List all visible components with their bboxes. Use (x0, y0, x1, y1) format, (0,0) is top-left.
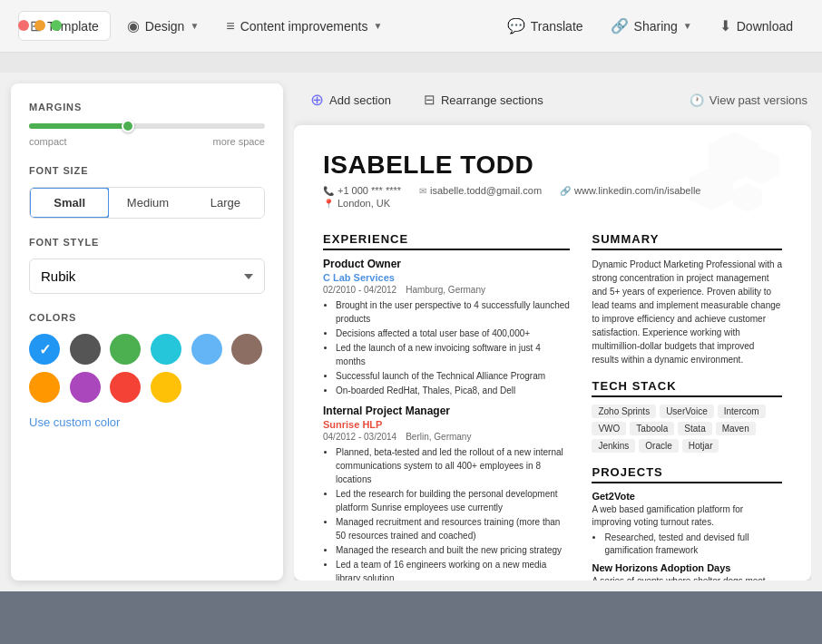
browser-dots (18, 20, 62, 31)
tech-tag: Stata (678, 422, 711, 435)
job-1-title: Product Owner (323, 258, 570, 270)
design-arrow: ▼ (190, 21, 199, 31)
rearrange-label: Rearrange sections (441, 93, 543, 107)
view-past-label: View past versions (709, 93, 807, 107)
bullet: Led the research for building the person… (336, 487, 570, 514)
left-panel: MARGINS compact more space FONT SIZE Sma… (11, 83, 283, 581)
contact-phone: 📞 +1 000 *** **** (323, 185, 401, 196)
project-1: Get2Vote A web based gamification platfo… (592, 491, 782, 557)
clock-icon: 🕐 (690, 93, 704, 107)
color-swatch-blue[interactable] (29, 334, 60, 365)
bullet: Decisions affected a total user base of … (336, 327, 570, 340)
job-2-meta: 04/2012 - 03/2014 Berlin, Germany (323, 432, 570, 442)
font-size-large[interactable]: Large (187, 188, 264, 218)
job-1-location: Hamburg, Germany (406, 285, 485, 295)
nav-download-label: Download (737, 19, 793, 34)
nav-download[interactable]: ⬇ Download (709, 12, 804, 40)
custom-color-link[interactable]: Use custom color (29, 415, 120, 429)
tech-tag: Zoho Sprints (592, 405, 656, 418)
color-swatch-orange[interactable] (29, 372, 60, 403)
job-1-meta: 02/2010 - 04/2012 Hamburg, Germany (323, 285, 570, 295)
tech-tag: Oracle (639, 439, 678, 453)
action-bar: ⊕ Add section ⊟ Rearrange sections 🕐 Vie… (294, 83, 811, 116)
add-section-button[interactable]: ⊕ Add section (298, 83, 404, 116)
font-size-medium[interactable]: Medium (109, 188, 186, 218)
color-swatch-teal[interactable] (151, 334, 181, 365)
location-text: London, UK (338, 198, 390, 209)
job-2-location: Berlin, Germany (406, 432, 471, 442)
slider-thumb[interactable] (122, 120, 134, 132)
bullet: On-boarded RedHat, Thales, Pica8, and De… (336, 384, 570, 397)
main-area: MARGINS compact more space FONT SIZE Sma… (0, 73, 822, 591)
project-2: New Horizons Adoption Days A series of e… (592, 562, 782, 581)
colors-section: COLORS Use custom color (29, 312, 265, 430)
font-style-section: FONT STYLE Rubik Arial Georgia (29, 237, 265, 294)
email-icon: ✉ (419, 186, 426, 196)
slider-track (29, 123, 265, 129)
font-select[interactable]: Rubik Arial Georgia (29, 259, 265, 294)
contact-email-text: isabelle.todd@gmail.com (430, 185, 542, 196)
nav-sharing[interactable]: 🔗 Sharing ▼ (600, 12, 703, 40)
job-2: Internal Project Manager Sunrise HLP 04/… (323, 405, 570, 581)
download-icon: ⬇ (719, 17, 731, 34)
nav-translate-label: Translate (531, 19, 583, 34)
slider-label-compact: compact (29, 136, 67, 147)
color-swatch-lightblue[interactable] (191, 334, 222, 365)
colors-title: COLORS (29, 312, 265, 323)
minimize-dot[interactable] (34, 20, 45, 31)
font-size-buttons: Small Medium Large (29, 187, 265, 219)
job-1-company: C Lab Services (323, 272, 570, 283)
color-grid (29, 334, 265, 403)
slider-label-space: more space (213, 136, 265, 147)
job-2-date: 04/2012 - 03/2014 (323, 432, 396, 442)
phone-icon: 📞 (323, 186, 334, 196)
bullet: Managed recruitment and resources traini… (336, 515, 570, 542)
job-2-title: Internal Project Manager (323, 405, 570, 417)
view-past-button[interactable]: 🕐 View past versions (690, 93, 807, 107)
project-1-desc: A web based gamification platform for im… (592, 503, 782, 529)
job-2-bullets: Planned, beta-tested and led the rollout… (323, 445, 570, 581)
close-dot[interactable] (18, 20, 29, 31)
tech-tag: Jenkins (592, 439, 635, 453)
margins-slider[interactable]: compact more space (29, 123, 265, 147)
job-2-company: Sunrise HLP (323, 419, 570, 430)
tech-tag: Maven (716, 422, 756, 435)
bullet: Brought in the user perspective to 4 suc… (336, 298, 570, 326)
linkedin-icon: 🔗 (560, 186, 571, 196)
sharing-arrow: ▼ (683, 21, 692, 31)
nav-design[interactable]: ◉ Design ▼ (116, 12, 210, 40)
margins-title: MARGINS (29, 102, 265, 112)
color-swatch-brown[interactable] (231, 334, 262, 365)
content-arrow: ▼ (374, 21, 383, 31)
design-icon: ◉ (127, 17, 140, 34)
resume-left-col: EXPERIENCE Product Owner C Lab Services … (323, 220, 570, 581)
font-style-title: FONT STYLE (29, 237, 265, 248)
nav-sharing-label: Sharing (634, 19, 678, 34)
color-swatch-green[interactable] (110, 334, 141, 365)
color-swatch-purple[interactable] (70, 372, 101, 403)
maximize-dot[interactable] (51, 20, 62, 31)
color-swatch-yellow[interactable] (151, 372, 181, 403)
rearrange-icon: ⊟ (424, 92, 435, 108)
nav-translate[interactable]: 💬 Translate (496, 12, 594, 40)
contact-phone-text: +1 000 *** **** (338, 185, 401, 196)
bullet: Successful launch of the Technical Allia… (336, 369, 570, 383)
color-swatch-gray[interactable] (70, 334, 101, 365)
tech-tag: UserVoice (660, 405, 714, 418)
nav-content[interactable]: ≡ Content improvements ▼ (215, 13, 393, 40)
job-1: Product Owner C Lab Services 02/2010 - 0… (323, 258, 570, 397)
nav-content-label: Content improvements (240, 19, 368, 34)
add-section-icon: ⊕ (310, 90, 324, 110)
color-swatch-red[interactable] (110, 372, 141, 403)
job-1-bullets: Brought in the user perspective to 4 suc… (323, 298, 570, 397)
rearrange-button[interactable]: ⊟ Rearrange sections (411, 85, 556, 114)
right-content: ⊕ Add section ⊟ Rearrange sections 🕐 Vie… (294, 83, 811, 581)
browser-chrome: ⊞ Template ◉ Design ▼ ≡ Content improvem… (0, 0, 822, 73)
font-size-section: FONT SIZE Small Medium Large (29, 165, 265, 219)
tech-tag: Taboola (630, 422, 674, 435)
svg-marker-3 (733, 183, 762, 212)
font-size-small[interactable]: Small (29, 187, 110, 219)
sharing-icon: 🔗 (611, 17, 629, 34)
resume-preview: ISABELLE TODD 📞 +1 000 *** **** ✉ isabel… (294, 125, 811, 581)
tech-title: TECH STACK (592, 379, 782, 397)
